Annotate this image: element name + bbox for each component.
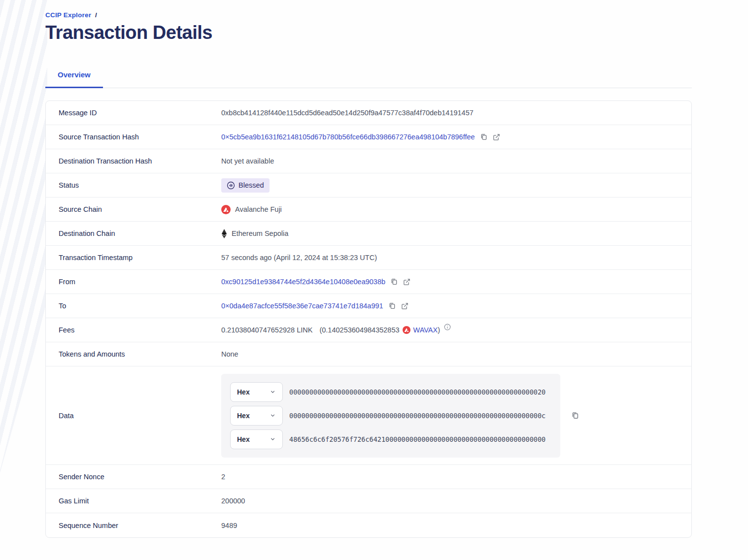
row-from: From 0xc90125d1e9384744e5f2d4364e10408e0… (46, 270, 691, 294)
dest-tx-hash-value: Not yet available (221, 157, 274, 165)
timestamp-label: Transaction Timestamp (59, 254, 221, 262)
from-label: From (59, 278, 221, 286)
blessed-signal-icon (227, 181, 235, 190)
row-timestamp: Transaction Timestamp 57 seconds ago (Ap… (46, 246, 691, 270)
hex-format-label: Hex (237, 388, 250, 396)
dest-chain-label: Destination Chain (59, 230, 221, 237)
breadcrumb: CCIP Explorer / (45, 11, 692, 19)
row-sender-nonce: Sender Nonce 2 (46, 465, 691, 489)
dest-tx-hash-label: Destination Transaction Hash (59, 157, 221, 165)
sequence-number-label: Sequence Number (59, 522, 221, 529)
tab-bar: Overview (45, 66, 692, 88)
row-sequence-number: Sequence Number 9489 (46, 513, 691, 537)
hex-format-dropdown[interactable]: Hex (230, 429, 283, 449)
data-hex-block: Hex 000000000000000000000000000000000000… (221, 374, 560, 458)
status-badge-text: Blessed (238, 181, 264, 189)
row-fees: Fees 0.21038040747652928 LINK (0.1402536… (46, 318, 691, 342)
hex-format-label: Hex (237, 435, 250, 443)
chevron-down-icon (270, 436, 276, 442)
chevron-down-icon (270, 412, 276, 419)
breadcrumb-ccip-explorer-link[interactable]: CCIP Explorer (45, 11, 91, 19)
from-address-link[interactable]: 0xc90125d1e9384744e5f2d4364e10408e0ea903… (221, 278, 385, 286)
hex-format-dropdown[interactable]: Hex (230, 406, 283, 426)
row-tokens-amounts: Tokens and Amounts None (46, 342, 691, 366)
sequence-number-value: 9489 (221, 522, 237, 529)
copy-icon[interactable] (388, 302, 396, 310)
row-gas-limit: Gas Limit 200000 (46, 489, 691, 513)
decorative-stripes (0, 0, 47, 493)
transaction-details-card: Message ID 0xb8cb414128f440e115dcd5d6ead… (45, 100, 692, 538)
row-source-chain: Source Chain Avalanche Fuji (46, 198, 691, 222)
hex-format-dropdown[interactable]: Hex (230, 382, 283, 402)
info-icon[interactable] (444, 324, 451, 330)
hex-line: Hex 48656c6c6f20576f726c6421000000000000… (230, 429, 551, 449)
avalanche-icon (403, 326, 410, 334)
row-source-tx-hash: Source Transaction Hash 0×5cb5ea9b1631f6… (46, 125, 691, 149)
tokens-amounts-label: Tokens and Amounts (59, 350, 221, 358)
copy-icon[interactable] (390, 278, 398, 286)
ethereum-icon (221, 229, 227, 238)
wavax-link[interactable]: WAVAX (413, 326, 438, 334)
status-label: Status (59, 181, 221, 189)
copy-icon[interactable] (480, 133, 488, 141)
page-container: CCIP Explorer / Transaction Details Over… (45, 0, 692, 538)
copy-icon[interactable] (571, 411, 579, 420)
status-badge: Blessed (221, 178, 270, 193)
breadcrumb-separator: / (95, 11, 97, 19)
fees-paren-close: ) (438, 326, 440, 334)
external-link-icon[interactable] (493, 133, 500, 141)
row-status: Status Blessed (46, 173, 691, 198)
external-link-icon[interactable] (401, 302, 408, 310)
message-id-label: Message ID (59, 109, 221, 117)
dest-chain-value: Ethereum Sepolia (232, 230, 288, 237)
avalanche-icon (221, 205, 231, 214)
row-message-id: Message ID 0xb8cb414128f440e115dcd5d6ead… (46, 101, 691, 125)
source-chain-label: Source Chain (59, 205, 221, 213)
page-title: Transaction Details (45, 22, 692, 43)
row-dest-tx-hash: Destination Transaction Hash Not yet ava… (46, 149, 691, 173)
timestamp-value: 57 seconds ago (April 12, 2024 at 15:38:… (221, 254, 377, 262)
row-to: To 0×0da4e87acfce55f58e36e7cae73741e7d18… (46, 294, 691, 318)
row-dest-chain: Destination Chain Ethereum Sepolia (46, 222, 691, 246)
to-label: To (59, 302, 221, 310)
sender-nonce-label: Sender Nonce (59, 473, 221, 481)
hex-line: Hex 000000000000000000000000000000000000… (230, 406, 551, 426)
gas-limit-label: Gas Limit (59, 497, 221, 505)
tab-overview[interactable]: Overview (45, 66, 103, 88)
hex-data-value: 0000000000000000000000000000000000000000… (289, 388, 545, 396)
source-tx-hash-label: Source Transaction Hash (59, 133, 221, 141)
fees-link-amount: 0.21038040747652928 LINK (221, 326, 312, 334)
external-link-icon[interactable] (403, 278, 410, 286)
hex-line: Hex 000000000000000000000000000000000000… (230, 382, 551, 402)
fees-wavax-amount: (0.140253604984352853 (319, 326, 399, 334)
source-chain-value: Avalanche Fuji (235, 205, 282, 213)
hex-data-value: 0000000000000000000000000000000000000000… (289, 412, 545, 420)
fees-label: Fees (59, 326, 221, 334)
to-address-link[interactable]: 0×0da4e87acfce55f58e36e7cae73741e7d184a9… (221, 302, 383, 310)
tokens-amounts-value: None (221, 350, 238, 358)
hex-data-value: 48656c6c6f20576f726c64210000000000000000… (289, 435, 545, 443)
gas-limit-value: 200000 (221, 497, 245, 505)
data-label: Data (59, 412, 221, 420)
message-id-value: 0xb8cb414128f440e115dcd5d6ead50e14d250f9… (221, 109, 474, 117)
chevron-down-icon (270, 389, 276, 395)
row-data: Data Hex 0000000000000000000000000000000… (46, 366, 691, 465)
hex-format-label: Hex (237, 412, 250, 420)
source-tx-hash-link[interactable]: 0×5cb5ea9b1631f62148105d67b780b56fce66db… (221, 133, 475, 141)
sender-nonce-value: 2 (221, 473, 225, 481)
